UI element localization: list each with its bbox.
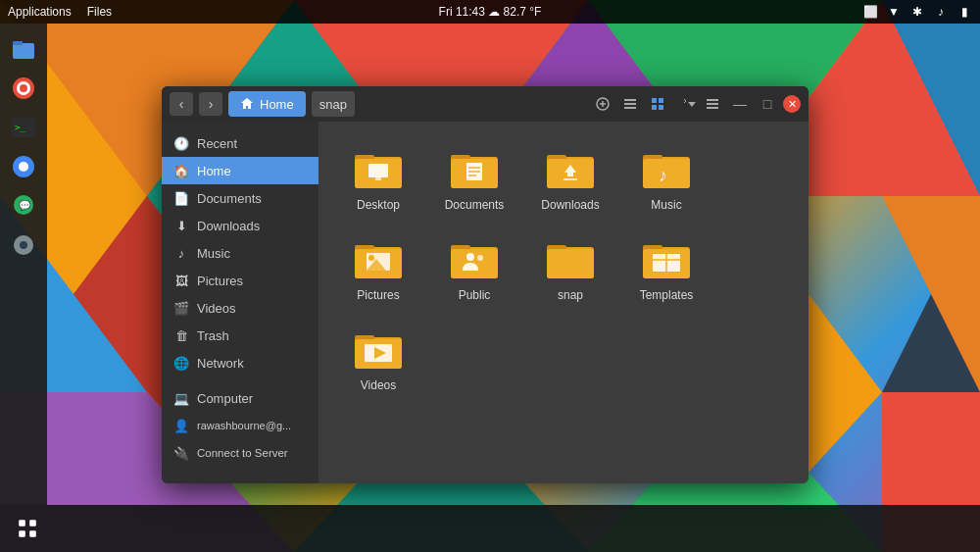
dock-item-browser[interactable] [6,71,41,106]
sidebar-item-recent[interactable]: 🕐 Recent [162,129,318,157]
sort-button[interactable] [673,92,697,116]
svg-point-32 [20,241,27,249]
close-button[interactable]: ✕ [783,95,801,113]
svg-rect-21 [13,41,23,45]
svg-rect-42 [624,107,636,109]
sidebar-label-documents: Documents [197,191,262,206]
sidebar-item-videos[interactable]: 🎬 Videos [162,294,318,322]
folder-documents-label: Documents [445,198,505,212]
svg-rect-66 [567,173,573,176]
file-manager-body: 🕐 Recent 🏠 Home 📄 Documents ⬇ Downloads … [162,122,808,483]
svg-rect-60 [468,171,480,173]
sidebar-item-account[interactable]: 👤 rawashbourne@g... [162,412,318,439]
folder-music[interactable]: ♪ Music [622,137,710,220]
downloads-icon: ⬇ [173,218,189,233]
restore-button[interactable]: □ [756,92,779,116]
sidebar-item-home[interactable]: 🏠 Home [162,157,318,184]
videos-icon: 🎬 [173,300,189,316]
sound-icon[interactable]: ♪ [933,4,949,20]
applications-menu[interactable]: Applications [8,5,72,19]
folder-pictures-label: Pictures [357,288,399,302]
back-button[interactable]: ‹ [170,92,193,116]
dock-item-chrome[interactable] [6,149,41,184]
svg-point-76 [368,255,374,261]
sidebar-label-computer: Computer [197,391,253,406]
folder-public[interactable]: Public [430,227,518,310]
sidebar-item-documents[interactable]: 📄 Documents [162,184,318,212]
folder-snap-icon [545,235,596,282]
svg-rect-61 [468,175,476,176]
folder-downloads-label: Downloads [541,198,599,212]
forward-button[interactable]: › [199,92,222,116]
folder-desktop-label: Desktop [357,198,400,212]
svg-text:💬: 💬 [19,199,31,212]
sidebar-item-computer[interactable]: 💻 Computer [162,384,318,412]
svg-rect-43 [652,98,657,103]
breadcrumb-snap: snap [312,91,355,117]
sidebar-item-downloads[interactable]: ⬇ Downloads [162,212,318,239]
list-view-button[interactable] [618,92,642,116]
wifi-icon[interactable]: ▼ [886,4,902,20]
sidebar-label-trash: Trash [197,328,229,343]
folder-videos-icon [353,326,404,373]
sidebar-item-trash[interactable]: 🗑 Trash [162,322,318,349]
app-grid-button[interactable] [8,509,47,548]
folder-snap[interactable]: snap [526,227,614,310]
folder-public-label: Public [459,288,491,302]
folder-templates-label: Templates [640,288,694,302]
file-manager-window: ‹ › Home snap — □ [162,86,808,483]
sidebar-item-pictures[interactable]: 🖼 Pictures [162,267,318,294]
folder-documents-icon [449,145,500,192]
sidebar-label-music: Music [197,246,230,261]
folder-desktop[interactable]: Desktop [334,137,422,220]
home-icon: 🏠 [173,163,189,178]
trash-icon: 🗑 [173,327,189,343]
folder-snap-label: snap [558,288,583,302]
svg-rect-33 [19,520,25,527]
folder-downloads-icon [545,145,596,192]
svg-rect-36 [29,530,36,537]
home-location-button[interactable]: Home [228,91,306,117]
temperature: 82.7 °F [504,5,542,19]
minimize-button[interactable]: — [728,92,752,116]
menu-button[interactable] [701,92,724,116]
bluetooth-icon[interactable]: ✱ [909,4,925,20]
sidebar-label-connect: Connect to Server [197,447,288,459]
home-label: Home [260,97,294,112]
svg-rect-20 [13,43,34,59]
svg-rect-59 [468,167,480,169]
svg-point-24 [20,84,27,92]
network-icon: 🌐 [173,355,189,371]
svg-point-81 [466,253,474,261]
connect-icon: 🔌 [173,445,189,461]
svg-rect-49 [707,107,718,109]
sidebar-item-network[interactable]: 🌐 Network [162,349,318,376]
dock-item-files[interactable] [6,31,41,67]
svg-point-82 [477,255,483,261]
dock-item-chat[interactable]: 💬 [6,188,41,224]
svg-rect-35 [19,530,25,537]
sidebar-item-music[interactable]: ♪ Music [162,239,318,267]
sidebar-label-network: Network [197,356,244,371]
svg-rect-40 [624,99,636,101]
sidebar-item-connect[interactable]: 🔌 Connect to Server [162,439,318,467]
dock-item-settings[interactable] [6,227,41,263]
grid-view-button[interactable] [646,92,669,116]
bottom-bar [0,505,980,552]
folder-documents[interactable]: Documents [430,137,518,220]
folder-videos-label: Videos [361,378,396,392]
files-menu[interactable]: Files [87,5,112,19]
dock: >_ 💬 [0,24,47,505]
svg-text:>_: >_ [15,123,25,132]
folder-music-label: Music [651,198,681,212]
dock-item-terminal[interactable]: >_ [6,110,41,145]
folder-pictures[interactable]: Pictures [334,227,422,310]
folder-content: Desktop Documents [318,122,808,483]
bookmarks-button[interactable] [591,92,614,116]
sidebar-label-downloads: Downloads [197,219,260,233]
svg-rect-53 [368,164,388,177]
sidebar: 🕐 Recent 🏠 Home 📄 Documents ⬇ Downloads … [162,122,318,483]
folder-templates[interactable]: Templates [622,227,710,310]
folder-videos[interactable]: Videos [334,318,422,400]
folder-downloads[interactable]: Downloads [526,137,614,220]
